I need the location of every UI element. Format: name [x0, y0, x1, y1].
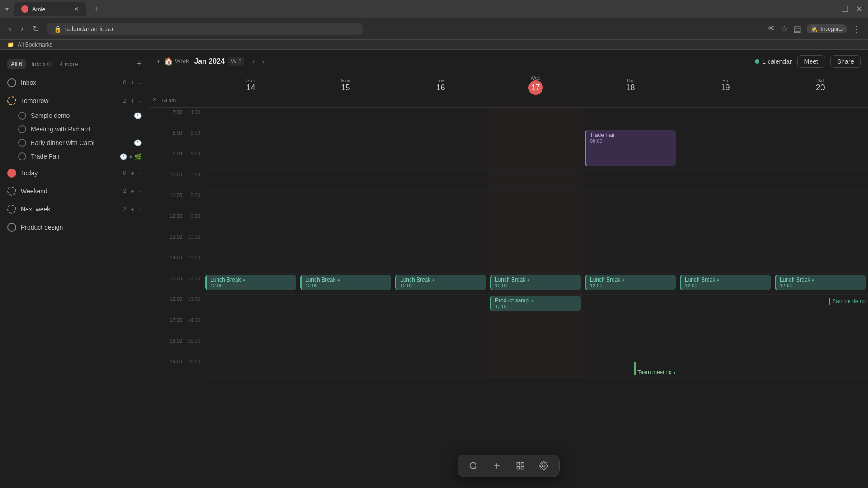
cell-sat-1300[interactable] [773, 232, 868, 253]
cell-tue-1300[interactable] [393, 232, 488, 253]
cell-sat-1600[interactable]: Sample demo [773, 295, 868, 315]
cell-fri-800[interactable] [678, 128, 773, 149]
view-button[interactable] [514, 460, 527, 472]
cell-sat-1900[interactable] [773, 357, 868, 378]
event-lunch-mon[interactable]: Lunch Break ● 12:00 [300, 275, 391, 290]
allday-tue[interactable] [393, 93, 488, 107]
cell-sun-1600[interactable] [203, 295, 298, 315]
sidebar-tab-inbox[interactable]: Inbox 0 [28, 59, 54, 69]
event-lunch-fri[interactable]: Lunch Break ● 12:00 [680, 275, 771, 290]
calendar-count[interactable]: 1 calendar [755, 58, 792, 65]
cell-sun-900[interactable] [203, 149, 298, 170]
today-more-icon[interactable]: ··· [136, 169, 142, 177]
cell-wed-800[interactable] [488, 128, 583, 149]
cell-fri-1300[interactable] [678, 232, 773, 253]
weekend-add-icon[interactable]: + [131, 188, 134, 195]
cell-sun-1100[interactable] [203, 191, 298, 211]
cell-wed-700[interactable] [488, 108, 583, 128]
cell-sat-1800[interactable] [773, 336, 868, 357]
event-lunch-wed[interactable]: Lunch Break ● 12:00 [490, 275, 581, 290]
cell-thu-1200[interactable] [583, 211, 678, 232]
cell-fri-1000[interactable] [678, 170, 773, 191]
event-lunch-sun[interactable]: Lunch Break ● 12:00 [205, 275, 296, 290]
settings-button[interactable] [538, 460, 550, 472]
meet-button[interactable]: Meet [797, 55, 825, 68]
cell-wed-1400[interactable] [488, 253, 583, 274]
sidebar-section-header-weekend[interactable]: Weekend 2 + ··· [4, 183, 145, 199]
cell-fri-1100[interactable] [678, 191, 773, 211]
sidebar-section-header-nextweek[interactable]: Next week 2 + ··· [4, 201, 145, 217]
prev-week-button[interactable]: ‹ [250, 56, 257, 67]
cell-thu-1300[interactable] [583, 232, 678, 253]
cell-mon-1100[interactable] [298, 191, 393, 211]
sidebar-section-header-tomorrow[interactable]: Tomorrow 2 + ··· [4, 93, 145, 109]
cell-wed-1500[interactable]: Lunch Break ● 12:00 [488, 274, 583, 295]
allday-close-icon[interactable]: ✕ [152, 96, 157, 103]
cell-sun-1200[interactable] [203, 211, 298, 232]
cell-fri-1400[interactable] [678, 253, 773, 274]
cell-sun-1300[interactable] [203, 232, 298, 253]
sidebar-section-header-product[interactable]: Product design [4, 219, 145, 235]
cell-mon-700[interactable] [298, 108, 393, 128]
tomorrow-add-icon[interactable]: + [131, 97, 134, 104]
next-week-button[interactable]: › [259, 56, 267, 67]
cell-sat-1200[interactable] [773, 211, 868, 232]
calendar-scroll-area[interactable]: 7:00 4:00 8:00 5:00 [149, 108, 868, 488]
cell-mon-1700[interactable] [298, 315, 393, 336]
cell-sun-700[interactable] [203, 108, 298, 128]
cell-thu-1000[interactable] [583, 170, 678, 191]
event-sample-demo-sat[interactable]: Sample demo [829, 298, 866, 305]
tab-dropdown[interactable]: ▾ [5, 5, 9, 13]
cell-thu-1600[interactable] [583, 295, 678, 315]
allday-mon[interactable] [298, 93, 393, 107]
cell-mon-1400[interactable] [298, 253, 393, 274]
cell-tue-1700[interactable] [393, 315, 488, 336]
cell-sun-1000[interactable] [203, 170, 298, 191]
task-item-sample-demo[interactable]: Sample demo 🕐 [4, 109, 145, 122]
cell-sun-1400[interactable] [203, 253, 298, 274]
cell-sat-800[interactable] [773, 128, 868, 149]
inbox-more-icon[interactable]: ··· [136, 79, 142, 86]
tomorrow-more-icon[interactable]: ··· [136, 97, 142, 104]
cell-sat-1400[interactable] [773, 253, 868, 274]
cell-sun-1900[interactable] [203, 357, 298, 378]
allday-wed[interactable] [488, 93, 583, 107]
allday-sat[interactable] [773, 93, 868, 107]
nextweek-add-icon[interactable]: + [131, 206, 134, 213]
bookmark-star-icon[interactable]: ☆ [781, 24, 788, 34]
sidebar-add-button[interactable]: + [137, 59, 142, 69]
cell-fri-1900[interactable] [678, 357, 773, 378]
cell-mon-900[interactable] [298, 149, 393, 170]
cell-tue-1100[interactable] [393, 191, 488, 211]
sidebar-toggle-icon[interactable]: ▤ [793, 24, 801, 34]
cell-wed-1900[interactable] [488, 357, 583, 378]
cell-fri-1600[interactable] [678, 295, 773, 315]
cell-mon-1900[interactable] [298, 357, 393, 378]
reload-button[interactable]: ↻ [31, 22, 41, 36]
cell-sun-1800[interactable] [203, 336, 298, 357]
cell-thu-800[interactable]: Trade Fair 08:00 [583, 128, 678, 149]
cell-tue-1600[interactable] [393, 295, 488, 315]
cell-wed-900[interactable] [488, 149, 583, 170]
work-label[interactable]: Work [175, 58, 189, 65]
home-icon[interactable]: 🏠 [164, 57, 173, 66]
cell-tue-1400[interactable] [393, 253, 488, 274]
allday-fri[interactable] [678, 93, 773, 107]
back-button[interactable]: ‹ [7, 22, 14, 35]
cell-mon-1600[interactable] [298, 295, 393, 315]
event-team-meeting[interactable]: Team meeting ● [634, 369, 676, 375]
cell-thu-1800[interactable] [583, 336, 678, 357]
cell-wed-1600[interactable]: Product sampl ● 13:00 [488, 295, 583, 315]
allday-sun[interactable] [203, 93, 298, 107]
cell-tue-1500[interactable]: Lunch Break ● 12:00 [393, 274, 488, 295]
cell-fri-1200[interactable] [678, 211, 773, 232]
cell-sat-1500[interactable]: Lunch Break ● 12:00 [773, 274, 868, 295]
cell-fri-900[interactable] [678, 149, 773, 170]
cell-sun-800[interactable] [203, 128, 298, 149]
cell-tue-800[interactable] [393, 128, 488, 149]
cell-sat-1700[interactable] [773, 315, 868, 336]
forward-button[interactable]: › [19, 22, 25, 35]
cell-tue-1900[interactable] [393, 357, 488, 378]
cell-fri-700[interactable] [678, 108, 773, 128]
nextweek-more-icon[interactable]: ··· [136, 206, 142, 213]
